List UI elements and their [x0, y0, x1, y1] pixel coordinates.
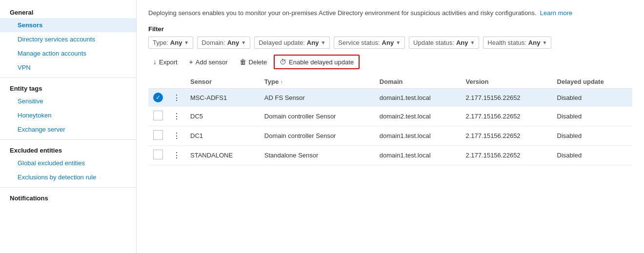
sidebar-item-vpn[interactable]: VPN [0, 60, 136, 75]
learn-more-link[interactable]: Learn more [540, 9, 572, 17]
row-domain: domain1.test.local [375, 126, 461, 146]
sidebar-item-sensors[interactable]: Sensors [0, 18, 136, 32]
filter-service-value: Any [382, 39, 394, 46]
filter-service-label: Service status: [338, 39, 380, 46]
filter-service-chevron-icon: ▼ [396, 40, 401, 45]
filter-delayed-label: Delayed update: [259, 39, 305, 46]
filter-delayed-update[interactable]: Delayed update: Any ▼ [254, 37, 330, 49]
enable-delayed-update-button[interactable]: ⏱ Enable delayed update [274, 55, 360, 69]
check-icon: ✓ [153, 93, 163, 102]
row-checkbox[interactable] [148, 126, 168, 146]
filter-label: Filter [148, 25, 632, 33]
add-sensor-button[interactable]: + Add sensor [184, 56, 233, 68]
row-type: Domain controller Sensor [260, 107, 375, 126]
sidebar-item-directory-services[interactable]: Directory services accounts [0, 32, 136, 46]
export-icon: ↓ [153, 58, 157, 66]
sidebar-item-manage-action[interactable]: Manage action accounts [0, 46, 136, 60]
table-row[interactable]: ✓⋮MSC-ADFS1AD FS Sensordomain1.test.loca… [148, 89, 632, 107]
col-version: Version [461, 75, 552, 89]
filter-health-chevron-icon: ▼ [542, 40, 547, 45]
filter-type-chevron-icon: ▼ [184, 40, 189, 45]
row-context-menu[interactable]: ⋮ [168, 126, 185, 146]
table-row[interactable]: ⋮DC5Domain controller Sensordomain2.test… [148, 107, 632, 126]
uncheck-icon [153, 150, 163, 159]
filter-type-label: Type: [153, 39, 168, 46]
row-sensor-name: DC1 [185, 126, 260, 146]
row-checkbox[interactable] [148, 146, 168, 165]
filter-delayed-value: Any [307, 39, 319, 46]
sidebar-item-exchange-server[interactable]: Exchange server [0, 122, 136, 136]
row-version: 2.177.15156.22652 [461, 126, 552, 146]
table-row[interactable]: ⋮DC1Domain controller Sensordomain1.test… [148, 126, 632, 146]
trash-icon: 🗑 [240, 58, 246, 66]
row-version: 2.177.15156.22652 [461, 89, 552, 107]
row-context-menu[interactable]: ⋮ [168, 146, 185, 165]
row-sensor-name: STANDALONE [185, 146, 260, 165]
row-context-menu[interactable]: ⋮ [168, 107, 185, 126]
type-sort-icon: ↑ [281, 79, 283, 85]
row-delayed-update: Disabled [552, 107, 632, 126]
toolbar-row: ↓ Export + Add sensor 🗑 Delete ⏱ Enable … [148, 55, 632, 69]
filter-update-chevron-icon: ▼ [470, 40, 475, 45]
col-domain: Domain [375, 75, 461, 89]
row-domain: domain2.test.local [375, 107, 461, 126]
sidebar-section-entity-tags: Entity tags [0, 81, 136, 94]
filter-update-status[interactable]: Update status: Any ▼ [409, 37, 479, 49]
clock-icon: ⏱ [280, 58, 286, 66]
sidebar-section-notifications: Notifications [0, 191, 136, 204]
filter-update-label: Update status: [413, 39, 454, 46]
filter-health-label: Health status: [487, 39, 526, 46]
col-menu-space [168, 75, 185, 89]
row-sensor-name: DC5 [185, 107, 260, 126]
add-icon: + [189, 58, 193, 66]
filter-update-value: Any [456, 39, 468, 46]
export-label: Export [159, 58, 178, 66]
row-checkbox[interactable]: ✓ [148, 89, 168, 107]
export-button[interactable]: ↓ Export [148, 56, 182, 68]
col-delayed-update: Delayed update [552, 75, 632, 89]
table-row[interactable]: ⋮STANDALONEStandalone Sensordomain1.test… [148, 146, 632, 165]
filter-delayed-chevron-icon: ▼ [321, 40, 325, 45]
row-version: 2.177.15156.22652 [461, 107, 552, 126]
row-delayed-update: Disabled [552, 89, 632, 107]
add-sensor-label: Add sensor [196, 58, 228, 66]
sidebar-item-exclusions-detection[interactable]: Exclusions by detection rule [0, 170, 136, 184]
sidebar-item-honeytoken[interactable]: Honeytoken [0, 108, 136, 122]
col-sensor[interactable]: Sensor [185, 75, 260, 89]
row-context-menu[interactable]: ⋮ [168, 89, 185, 107]
filter-health-value: Any [528, 39, 541, 46]
row-type: Domain controller Sensor [260, 126, 375, 146]
filter-domain-chevron-icon: ▼ [241, 40, 246, 45]
uncheck-icon [153, 130, 163, 140]
delete-label: Delete [249, 58, 267, 66]
filter-service-status[interactable]: Service status: Any ▼ [334, 37, 405, 49]
row-delayed-update: Disabled [552, 126, 632, 146]
info-text: Deploying sensors enables you to monitor… [148, 9, 537, 17]
filter-health-status[interactable]: Health status: Any ▼ [483, 37, 551, 49]
sidebar-item-sensitive[interactable]: Sensitive [0, 94, 136, 108]
row-version: 2.177.15156.22652 [461, 146, 552, 165]
col-type[interactable]: Type ↑ [260, 75, 375, 89]
uncheck-icon [153, 111, 163, 120]
row-type: AD FS Sensor [260, 89, 375, 107]
enable-delayed-label: Enable delayed update [289, 58, 354, 66]
filter-domain[interactable]: Domain: Any ▼ [197, 37, 250, 49]
main-content: Deploying sensors enables you to monitor… [137, 0, 644, 253]
filter-row: Type: Any ▼ Domain: Any ▼ Delayed update… [148, 37, 632, 49]
row-type: Standalone Sensor [260, 146, 375, 165]
filter-type-value: Any [170, 39, 182, 46]
delete-button[interactable]: 🗑 Delete [235, 56, 272, 68]
sidebar-section-general: General [0, 5, 136, 18]
filter-domain-value: Any [227, 39, 240, 46]
filter-type[interactable]: Type: Any ▼ [148, 37, 193, 49]
col-check [148, 75, 168, 89]
sensor-table: Sensor Type ↑ Domain Version Delayed upd… [148, 75, 632, 165]
row-checkbox[interactable] [148, 107, 168, 126]
row-domain: domain1.test.local [375, 146, 461, 165]
row-delayed-update: Disabled [552, 146, 632, 165]
info-bar: Deploying sensors enables you to monitor… [148, 9, 632, 18]
sidebar-item-global-excluded[interactable]: Global excluded entities [0, 156, 136, 170]
row-domain: domain1.test.local [375, 89, 461, 107]
row-sensor-name: MSC-ADFS1 [185, 89, 260, 107]
filter-domain-label: Domain: [201, 39, 225, 46]
